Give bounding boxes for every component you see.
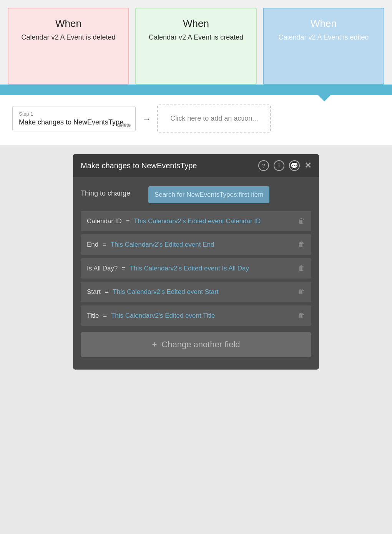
field-row-is-all-day: Is All Day? = This Calendarv2's Edited e… (81, 258, 311, 279)
field-content-end: End = This Calendarv2's Edited event End (87, 240, 295, 250)
connector-bar (0, 85, 392, 95)
delete-field-calendar-id[interactable]: 🗑 (295, 216, 305, 225)
add-action-box[interactable]: Click here to add an action... (157, 104, 271, 133)
trigger-card-edited[interactable]: When Calendar v2 A Event is edited (263, 8, 384, 85)
delete-field-is-all-day[interactable]: 🗑 (295, 264, 305, 272)
trigger-desc-deleted: Calendar v2 A Event is deleted (21, 33, 115, 42)
field-value-end[interactable]: This Calendarv2's Edited event End (111, 241, 214, 248)
field-row-start: Start = This Calendarv2's Edited event S… (81, 282, 311, 302)
triggers-section: When Calendar v2 A Event is deleted When… (0, 0, 392, 85)
modal-header: Make changes to NewEventsType ? i 💬 ✕ (73, 154, 319, 177)
info-icon[interactable]: i (274, 160, 284, 171)
trigger-when-label-created: When (183, 18, 209, 30)
modal-panel: Make changes to NewEventsType ? i 💬 ✕ Th… (73, 154, 319, 370)
chat-icon[interactable]: 💬 (289, 160, 300, 171)
field-value-start[interactable]: This Calendarv2's Edited event Start (113, 288, 218, 295)
field-content-start: Start = This Calendarv2's Edited event S… (87, 287, 295, 297)
field-equals-4: = (105, 288, 111, 295)
field-value-title[interactable]: This Calendarv2's Edited event Title (111, 312, 215, 319)
step-label: Step 1 (19, 111, 129, 117)
trigger-desc-edited: Calendar v2 A Event is edited (278, 33, 369, 42)
field-name-start: Start (87, 288, 101, 295)
search-neweventtypes-input[interactable]: Search for NewEventsTypes:first item (148, 186, 269, 203)
fields-list: Calendar ID = This Calendarv2's Edited e… (81, 211, 311, 326)
step-title: Make changes to NewEventsType... (19, 118, 129, 126)
trigger-card-created[interactable]: When Calendar v2 A Event is created (135, 8, 257, 85)
plus-icon: + (152, 340, 157, 350)
thing-to-change-label: Thing to change (81, 186, 142, 197)
change-field-btn-label: Change another field (161, 340, 240, 350)
field-name-calendar-id: Calendar ID (87, 217, 122, 225)
field-name-is-all-day: Is All Day? (87, 265, 118, 272)
steps-section: Step 1 Make changes to NewEventsType... … (0, 95, 392, 145)
page-wrapper: When Calendar v2 A Event is deleted When… (0, 0, 392, 377)
delete-field-title[interactable]: 🗑 (295, 311, 305, 320)
delete-field-start[interactable]: 🗑 (295, 287, 305, 296)
field-row-end: End = This Calendarv2's Edited event End… (81, 234, 311, 255)
field-equals-5: = (103, 312, 109, 319)
arrow-icon: → (142, 113, 151, 124)
thing-to-change-row: Thing to change Search for NewEventsType… (81, 186, 311, 203)
change-another-field-button[interactable]: + Change another field (81, 332, 311, 357)
step-1-box[interactable]: Step 1 Make changes to NewEventsType... … (12, 106, 136, 131)
field-value-is-all-day[interactable]: This Calendarv2's Edited event Is All Da… (130, 265, 249, 272)
trigger-when-label-edited: When (311, 18, 337, 30)
trigger-desc-created: Calendar v2 A Event is created (149, 33, 243, 42)
trigger-when-label-deleted: When (55, 18, 81, 30)
field-content-title: Title = This Calendarv2's Edited event T… (87, 311, 295, 321)
step-delete-link[interactable]: delete (117, 122, 131, 128)
field-value-calendar-id[interactable]: This Calendarv2's Edited event Calendar … (134, 217, 261, 225)
modal-body: Thing to change Search for NewEventsType… (73, 177, 319, 370)
field-equals-3: = (122, 265, 128, 272)
field-name-end: End (87, 241, 98, 248)
field-name-title: Title (87, 312, 99, 319)
modal-title: Make changes to NewEventsType (81, 161, 254, 170)
close-icon[interactable]: ✕ (304, 161, 311, 171)
help-icon[interactable]: ? (258, 160, 269, 171)
field-row-calendar-id: Calendar ID = This Calendarv2's Edited e… (81, 211, 311, 232)
field-equals-1: = (126, 217, 131, 225)
field-content-is-all-day: Is All Day? = This Calendarv2's Edited e… (87, 264, 295, 274)
field-content-calendar-id: Calendar ID = This Calendarv2's Edited e… (87, 216, 295, 226)
field-equals-2: = (103, 241, 108, 248)
field-row-title: Title = This Calendarv2's Edited event T… (81, 305, 311, 326)
trigger-card-deleted[interactable]: When Calendar v2 A Event is deleted (8, 8, 129, 85)
delete-field-end[interactable]: 🗑 (295, 240, 305, 249)
